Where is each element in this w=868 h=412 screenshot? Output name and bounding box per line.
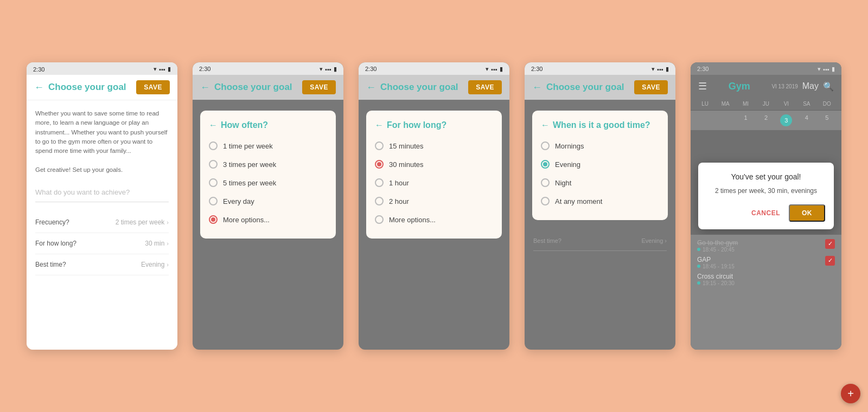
form-row-time[interactable]: Best time? Evening › (35, 254, 169, 275)
back-arrow-2[interactable]: ← (200, 82, 210, 93)
option-15min[interactable]: 15 minutes (375, 137, 493, 155)
option-evening[interactable]: Evening (541, 155, 659, 173)
radio-any-moment[interactable] (541, 197, 550, 205)
option-1-time[interactable]: 1 time per week (209, 137, 327, 155)
back-arrow-4[interactable]: ← (532, 82, 542, 93)
dialog-title: You've set your goal! (707, 172, 825, 181)
cal-4[interactable]: 4 (799, 113, 815, 128)
radio-night[interactable] (541, 178, 550, 187)
cal-5[interactable]: 5 (819, 113, 835, 128)
day-ma: MA (717, 101, 733, 107)
best-time-blurred: Best time? (533, 237, 561, 244)
dialog-cancel-button[interactable]: CANCEL (751, 209, 780, 217)
back-arrow-3[interactable]: ← (366, 82, 376, 93)
option-more-dur[interactable]: More options... (375, 210, 493, 229)
option-more-freq[interactable]: More options... (209, 210, 327, 229)
status-icons-3: ▾ ▪▪▪ ▮ (486, 66, 503, 73)
gym-title-area: Gym (729, 81, 750, 92)
how-often-modal: ← How often? 1 time per week 3 times per… (200, 111, 336, 239)
option-every-day[interactable]: Every day (209, 192, 327, 210)
option-3-times[interactable]: 3 times per week (209, 155, 327, 173)
event-go-to-gym: Go to the gym 18:45 - 20:45 ✓ (697, 239, 835, 253)
app-header-4: ← Choose your goal SAVE (525, 75, 675, 100)
cal-3[interactable]: 3 (778, 113, 794, 128)
option-label-mornings: Mornings (555, 142, 584, 150)
save-button-2[interactable]: SAVE (302, 80, 336, 94)
radio-1hour[interactable] (375, 178, 384, 187)
status-bar-1: 2:30 ▾ ▪▪▪ ▮ (27, 62, 177, 75)
back-arrow-1[interactable]: ← (34, 82, 44, 93)
modal-back-2[interactable]: ← How often? (209, 120, 327, 130)
app-header-2: ← Choose your goal SAVE (193, 75, 343, 100)
option-mornings[interactable]: Mornings (541, 137, 659, 155)
signal-icon-5: ▪▪▪ (823, 66, 829, 73)
radio-more-dur[interactable] (375, 215, 384, 224)
frequency-label: Frecuency? (35, 218, 69, 226)
event-cross-info: Cross circuit 19:15 - 20:30 (697, 273, 735, 286)
blurred-bottom: Best time? Evening › (525, 231, 675, 258)
goal-placeholder: What do you want to achieve? (35, 188, 130, 196)
event-dot-gym (697, 248, 700, 251)
header-left-4: ← Choose your goal (532, 82, 624, 93)
cal-1[interactable]: 1 (738, 113, 754, 128)
cal-empty-1 (697, 113, 713, 128)
status-bar-2: 2:30 ▾ ▪▪▪ ▮ (193, 62, 343, 75)
event-gap-checkbox[interactable]: ✓ (825, 256, 835, 266)
modal-title-4: When is it a good time? (553, 120, 650, 130)
option-label-2hour: 2 hour (389, 197, 409, 205)
day-do: DO (819, 101, 835, 107)
screen3-title: Choose your goal (380, 82, 458, 93)
radio-5-times[interactable] (209, 178, 218, 187)
option-2hour[interactable]: 2 hour (375, 192, 493, 210)
save-button-3[interactable]: SAVE (468, 80, 502, 94)
cal-2[interactable]: 2 (758, 113, 774, 128)
event-gap-info: GAP 18:45 - 19:15 (697, 256, 735, 269)
signal-icon-2: ▪▪▪ (325, 66, 331, 73)
for-how-long-modal: ← For how long? 15 minutes 30 minutes 1 … (366, 111, 502, 239)
radio-every-day[interactable] (209, 197, 218, 205)
calendar-grid: 1 2 3 4 5 (691, 111, 841, 130)
radio-30min[interactable] (375, 160, 384, 169)
event-gap-title: GAP (697, 256, 735, 263)
option-5-times[interactable]: 5 times per week (209, 173, 327, 192)
wifi-icon-2: ▾ (320, 66, 323, 73)
modal-back-4[interactable]: ← When is it a good time? (541, 120, 659, 130)
radio-1-time[interactable] (209, 141, 218, 150)
radio-3-times[interactable] (209, 160, 218, 169)
radio-mornings[interactable] (541, 141, 550, 150)
calendar-day-headers: LU MA MI JU VI SA DO (691, 98, 841, 111)
event-cross-circuit: Cross circuit 19:15 - 20:30 (697, 273, 835, 286)
form-row-frequency[interactable]: Frecuency? 2 times per week › (35, 212, 169, 233)
option-any-moment[interactable]: At any moment (541, 192, 659, 210)
option-30min[interactable]: 30 minutes (375, 155, 493, 173)
day-ju: JU (758, 101, 774, 107)
option-label-30min: 30 minutes (389, 160, 424, 169)
hamburger-icon[interactable]: ☰ (698, 80, 707, 92)
wifi-icon-3: ▾ (486, 66, 489, 73)
header-left-1: ← Choose your goal (34, 82, 126, 93)
option-1hour[interactable]: 1 hour (375, 173, 493, 192)
radio-2hour[interactable] (375, 197, 384, 205)
search-icon[interactable]: 🔍 (823, 81, 834, 92)
option-night[interactable]: Night (541, 173, 659, 192)
time-value: Evening › (141, 261, 169, 268)
radio-evening[interactable] (541, 160, 550, 169)
chevron-time: › (167, 261, 169, 268)
time-label: Best time? (35, 261, 66, 268)
form-row-duration[interactable]: For how long? 30 min › (35, 233, 169, 254)
event-gym-checkbox[interactable]: ✓ (825, 239, 835, 249)
option-label-15min: 15 minutes (389, 142, 424, 150)
gym-header-right: VI 13 2019 May 🔍 (771, 81, 834, 92)
radio-more-freq[interactable] (209, 215, 218, 224)
dialog-ok-button[interactable]: OK (789, 204, 825, 222)
goal-prompt[interactable]: What do you want to achieve? (35, 182, 169, 202)
modal-back-3[interactable]: ← For how long? (375, 120, 493, 130)
cal-empty-2 (717, 113, 733, 128)
wifi-icon: ▾ (154, 66, 157, 73)
time-1: 2:30 (33, 66, 44, 73)
radio-15min[interactable] (375, 141, 384, 150)
screen1: 2:30 ▾ ▪▪▪ ▮ ← Choose your goal SAVE Whe… (27, 62, 177, 350)
save-button-1[interactable]: SAVE (136, 80, 170, 94)
save-button-4[interactable]: SAVE (634, 80, 668, 94)
status-icons-2: ▾ ▪▪▪ ▮ (320, 66, 337, 73)
